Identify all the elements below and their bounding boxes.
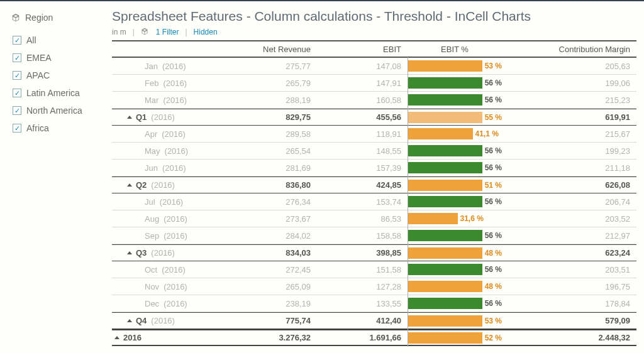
- period-label: May: [145, 146, 160, 156]
- cube-icon[interactable]: [141, 28, 150, 36]
- period-label: Nov: [145, 282, 159, 291]
- checkbox-icon[interactable]: ✓: [13, 53, 21, 62]
- col-ebit-pct[interactable]: EBIT %: [408, 45, 502, 54]
- col-ebit[interactable]: EBIT: [319, 45, 408, 54]
- cell-contribution-margin: 215,23: [502, 95, 636, 105]
- month-row[interactable]: Jan(2016)275,77147,0853 %205,63: [112, 58, 636, 75]
- quarter-row[interactable]: Q4(2016)775,74412,4053 %579,09: [112, 312, 636, 329]
- period-label: Apr: [145, 129, 157, 139]
- sidebar-item-label: Africa: [26, 123, 49, 133]
- cell-ebit: 412,40: [319, 316, 408, 325]
- filter-link[interactable]: 1 Filter: [156, 28, 179, 36]
- incell-bar: [408, 281, 482, 292]
- year-suffix: (2016): [163, 79, 187, 88]
- cell-ebit-pct: 56 %: [408, 145, 502, 156]
- cell-net-revenue: 775,74: [231, 316, 319, 325]
- checkbox-icon[interactable]: ✓: [13, 124, 21, 133]
- unit-label: in m: [112, 28, 126, 36]
- checkbox-icon[interactable]: ✓: [13, 36, 21, 45]
- month-row[interactable]: Feb(2016)265,79147,9156 %199,06: [112, 75, 636, 92]
- chevron-up-icon[interactable]: [127, 116, 132, 119]
- month-row[interactable]: Oct(2016)272,45151,5856 %203,51: [112, 261, 636, 278]
- checkbox-icon[interactable]: ✓: [13, 106, 21, 115]
- chevron-up-icon[interactable]: [127, 251, 132, 254]
- cell-ebit: 118,91: [319, 129, 408, 139]
- cell-contribution-margin: 203,51: [502, 265, 636, 274]
- month-row[interactable]: Dec(2016)238,19133,5556 %178,84: [112, 295, 636, 312]
- month-row[interactable]: Apr(2016)289,58118,9141,1 %215,67: [112, 126, 636, 143]
- checkbox-icon[interactable]: ✓: [13, 71, 21, 80]
- year-suffix: (2016): [151, 112, 175, 122]
- cell-ebit: 1.691,66: [319, 333, 408, 342]
- cell-ebit: 153,74: [319, 197, 408, 207]
- chevron-up-icon[interactable]: [127, 319, 132, 322]
- incell-bar: [408, 162, 482, 173]
- incell-bar: [408, 145, 482, 156]
- chevron-up-icon[interactable]: [127, 183, 132, 187]
- cell-ebit-pct: 41,1 %: [408, 128, 502, 139]
- cell-net-revenue: 289,58: [231, 129, 319, 139]
- cell-contribution-margin: 2.448,32: [502, 333, 636, 342]
- data-grid: Net Revenue EBIT EBIT % Contribution Mar…: [112, 40, 636, 346]
- incell-bar: [408, 332, 482, 344]
- col-net-revenue[interactable]: Net Revenue: [231, 45, 319, 54]
- sidebar-item[interactable]: ✓EMEA: [11, 49, 101, 67]
- cell-ebit-pct: 56 %: [408, 162, 502, 173]
- sidebar-item[interactable]: ✓Latin America: [11, 84, 101, 102]
- pct-label: 53 %: [485, 62, 502, 70]
- sidebar-item[interactable]: ✓APAC: [11, 67, 101, 84]
- cell-ebit-pct: 48 %: [408, 281, 502, 292]
- month-row[interactable]: Jul(2016)276,34153,7456 %206,74: [112, 193, 636, 210]
- quarter-row[interactable]: Q3(2016)834,03398,8548 %623,24: [112, 244, 636, 261]
- month-row[interactable]: Mar(2016)288,19160,5856 %215,23: [112, 92, 636, 109]
- cell-ebit-pct: 55 %: [408, 112, 502, 123]
- col-contribution-margin[interactable]: Contribution Margin: [502, 45, 636, 54]
- month-row[interactable]: Nov(2016)265,09127,2848 %196,75: [112, 278, 636, 295]
- cell-contribution-margin: 205,63: [502, 62, 636, 71]
- incell-bar: [408, 315, 482, 327]
- hidden-link[interactable]: Hidden: [194, 28, 218, 36]
- pct-label: 48 %: [485, 249, 502, 258]
- cell-ebit-pct: 53 %: [408, 315, 502, 327]
- cube-icon: [11, 13, 20, 22]
- month-row[interactable]: Jun(2016)281,69157,3956 %211,18: [112, 160, 636, 176]
- cell-ebit-pct: 56 %: [408, 77, 502, 89]
- incell-bar: [408, 213, 458, 224]
- incell-bar: [408, 180, 482, 191]
- cell-ebit-pct: 56 %: [408, 94, 502, 106]
- quarter-row[interactable]: Q1(2016)829,75455,5655 %619,91: [112, 109, 636, 126]
- month-row[interactable]: Sep(2016)284,02158,5856 %212,97: [112, 227, 636, 244]
- sidebar-item[interactable]: ✓Africa: [11, 119, 101, 137]
- checkbox-icon[interactable]: ✓: [13, 89, 21, 97]
- sidebar-item[interactable]: ✓All: [11, 31, 101, 49]
- cell-net-revenue: 281,69: [231, 163, 319, 173]
- quarter-row[interactable]: Q2(2016)836,80424,8551 %626,08: [112, 176, 636, 193]
- cell-net-revenue: 3.276,32: [231, 333, 319, 342]
- cell-ebit-pct: 52 %: [408, 332, 502, 344]
- year-suffix: (2016): [164, 214, 187, 224]
- cell-ebit-pct: 31,6 %: [408, 213, 502, 224]
- cell-net-revenue: 273,67: [231, 214, 319, 224]
- cell-ebit: 133,55: [319, 299, 408, 308]
- sidebar-item[interactable]: ✓North America: [11, 102, 101, 119]
- period-label: Mar: [145, 95, 158, 105]
- cell-ebit: 148,55: [319, 146, 408, 156]
- sub-toolbar: in m | 1 Filter | Hidden: [112, 28, 636, 36]
- incell-bar: [408, 230, 482, 241]
- cell-net-revenue: 265,79: [231, 79, 319, 88]
- year-total-row[interactable]: 20163.276,321.691,6652 %2.448,32: [112, 329, 636, 346]
- cell-contribution-margin: 199,23: [502, 146, 636, 156]
- cell-ebit: 151,58: [319, 265, 408, 274]
- cell-net-revenue: 836,80: [231, 180, 319, 190]
- sidebar-item-label: North America: [26, 106, 82, 116]
- cell-ebit: 398,85: [319, 248, 408, 258]
- cell-contribution-margin: 211,18: [502, 163, 636, 173]
- period-label: Jul: [145, 197, 155, 207]
- month-row[interactable]: May(2016)265,54148,5556 %199,23: [112, 143, 636, 160]
- year-suffix: (2016): [160, 197, 184, 207]
- cell-ebit: 86,53: [319, 214, 408, 224]
- pct-label: 56 %: [485, 146, 502, 155]
- chevron-up-icon[interactable]: [114, 336, 119, 339]
- cell-contribution-margin: 623,24: [502, 248, 636, 258]
- month-row[interactable]: Aug(2016)273,6786,5331,6 %203,52: [112, 210, 636, 227]
